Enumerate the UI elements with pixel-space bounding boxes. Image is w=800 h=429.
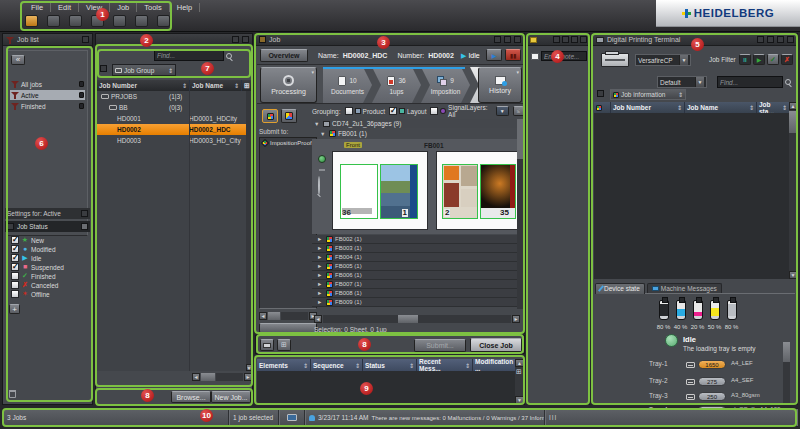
submit-target-item[interactable]: ImpositionProof	[260, 138, 316, 148]
status-messages-segment[interactable]: 3/23/17 11:14 AM There are new messages:…	[305, 409, 545, 426]
submit-button[interactable]: Submit...	[414, 339, 466, 352]
scroll-left-icon[interactable]: ◄	[259, 312, 267, 320]
status-row-canceled[interactable]: ✗Canceled	[11, 281, 58, 289]
page-35[interactable]: 35	[480, 164, 516, 219]
form-icon[interactable]	[113, 15, 126, 27]
processing-button[interactable]: Processing ▾	[260, 67, 317, 103]
dock-left-icon[interactable]	[232, 36, 239, 43]
table-row-prjobs[interactable]: PRJOBS (1|3)	[97, 91, 246, 102]
document-export-icon[interactable]	[157, 15, 170, 27]
print-settings-button[interactable]	[260, 339, 274, 351]
checkbox[interactable]	[11, 254, 19, 262]
find-input[interactable]	[154, 50, 224, 61]
status-row-offline[interactable]: ✶Offline	[11, 290, 50, 298]
tree-horizontal-scrollbar[interactable]: ◄ ►	[314, 315, 520, 323]
approve-icon[interactable]	[47, 15, 60, 27]
scroll-thumb[interactable]	[783, 342, 790, 362]
suspend-job-button[interactable]: ▮▮	[505, 49, 521, 61]
browse-button[interactable]: Browse...	[171, 391, 211, 403]
sort-icon[interactable]	[782, 104, 787, 111]
column-job-number[interactable]: Job Number	[611, 102, 685, 113]
step-1ups[interactable]: 36 1ups	[372, 67, 421, 103]
scroll-up-icon[interactable]: ▲	[789, 102, 797, 110]
column-job-status[interactable]: Job sta...	[757, 102, 789, 113]
collapse-section-icon[interactable]	[81, 223, 88, 230]
tree-fb006-row[interactable]: FB006 (1)	[312, 271, 522, 280]
column-job-number[interactable]: Job Number	[97, 80, 190, 91]
tree-vertical-scrollbar[interactable]	[517, 119, 523, 309]
scroll-left-icon[interactable]: ◄	[192, 373, 200, 381]
status-row-idle[interactable]: ▶Idle	[11, 254, 41, 262]
search-icon[interactable]	[785, 79, 791, 85]
settings-icon[interactable]	[580, 36, 587, 43]
page-36[interactable]: 36	[340, 164, 378, 219]
grouping-signal-layers[interactable]: SignalLayers: All	[430, 104, 491, 118]
filter-paused-button[interactable]: II	[739, 54, 751, 65]
status-row-new[interactable]: ★New	[11, 236, 44, 244]
tree-fb007-row[interactable]: FB007 (1)	[312, 280, 522, 289]
tree-root-row[interactable]: CD74_2u1_36pages (9)	[312, 119, 522, 128]
checkbox[interactable]	[389, 107, 397, 115]
user-icon[interactable]	[69, 15, 82, 27]
expand-toggle-icon[interactable]	[317, 290, 324, 296]
undock-icon[interactable]	[242, 36, 249, 43]
search-icon[interactable]	[777, 36, 784, 43]
scroll-down-icon[interactable]: ▼	[515, 396, 524, 404]
sort-icon[interactable]	[749, 104, 754, 111]
overview-button[interactable]: Overview	[260, 49, 308, 62]
column-recent-message[interactable]: Recent Mess...	[417, 359, 473, 371]
expand-toggle-icon[interactable]	[317, 299, 324, 305]
view-mode-icon[interactable]	[597, 90, 604, 97]
start-job-button[interactable]: ▶	[486, 49, 502, 61]
sort-icon[interactable]	[465, 362, 470, 369]
zoom-icon[interactable]	[318, 176, 320, 195]
filter-error-button[interactable]: ✗	[781, 54, 793, 65]
tab-machine-messages[interactable]: Machine Messages	[647, 283, 722, 293]
table-row-bb[interactable]: BB (0|3)	[97, 102, 246, 113]
checkbox[interactable]	[11, 245, 19, 253]
column-config-icon[interactable]	[242, 80, 252, 91]
checkbox[interactable]	[11, 263, 19, 271]
sheet-thumbnail-1[interactable]: 36 1	[332, 151, 428, 230]
column-elements[interactable]: Elements	[257, 359, 311, 371]
horizontal-scrollbar[interactable]: ◄ ►	[192, 373, 252, 381]
device-selector[interactable]: VersafireCP	[635, 54, 691, 66]
tree-fb008-row[interactable]: FB008 (1)	[312, 289, 522, 298]
scroll-thumb[interactable]	[268, 312, 280, 320]
grouping-layout[interactable]: Layout	[389, 107, 427, 115]
document-icon[interactable]	[135, 15, 148, 27]
menu-job[interactable]: Job	[110, 3, 137, 12]
dpt-table-scrollbar[interactable]: ▲ ▼	[789, 102, 797, 279]
tab-device-state[interactable]: Device state	[595, 283, 645, 294]
sort-icon[interactable]	[182, 82, 187, 89]
tree-fb003-row[interactable]: FB003 (1)	[312, 244, 522, 253]
table-row-hd0003[interactable]: HD0003 HD0003_HD_City	[97, 135, 246, 146]
monitor-icon[interactable]	[287, 414, 297, 421]
grid-settings-button[interactable]	[277, 339, 291, 351]
checkbox[interactable]	[345, 107, 353, 115]
scroll-down-icon[interactable]: ▼	[246, 364, 252, 371]
job-information-selector[interactable]: Job information	[610, 89, 686, 100]
scroll-down-icon[interactable]: ▼	[789, 271, 797, 279]
scroll-right-icon[interactable]: ►	[244, 373, 252, 381]
cube-view-toggle[interactable]	[281, 109, 297, 123]
checkbox[interactable]	[11, 290, 19, 298]
checkbox[interactable]	[11, 272, 19, 280]
page-2[interactable]: 2	[442, 164, 478, 219]
vertical-scrollbar[interactable]: ▼	[246, 91, 252, 371]
expand-toggle-icon[interactable]	[317, 281, 324, 287]
column-status[interactable]: Status	[363, 359, 417, 371]
status-row-suspended[interactable]: ■Suspended	[11, 263, 64, 271]
trash-icon[interactable]	[9, 390, 16, 398]
menu-tools[interactable]: Tools	[137, 3, 170, 12]
expand-toggle-icon[interactable]	[317, 236, 324, 242]
search-icon[interactable]	[226, 53, 232, 59]
scroll-right-icon[interactable]: ►	[512, 315, 520, 323]
tree-fb001-row[interactable]: FB001 (1)	[312, 129, 522, 138]
scroll-thumb[interactable]	[517, 119, 523, 159]
step-imposition[interactable]: 9 Imposition	[421, 67, 470, 103]
settings-icon[interactable]	[787, 36, 794, 43]
step-documents[interactable]: 10 Documents	[323, 67, 372, 103]
left-horizontal-scrollbar[interactable]: ◄ ►	[259, 312, 317, 320]
sheet-view-toggle[interactable]	[262, 109, 278, 123]
